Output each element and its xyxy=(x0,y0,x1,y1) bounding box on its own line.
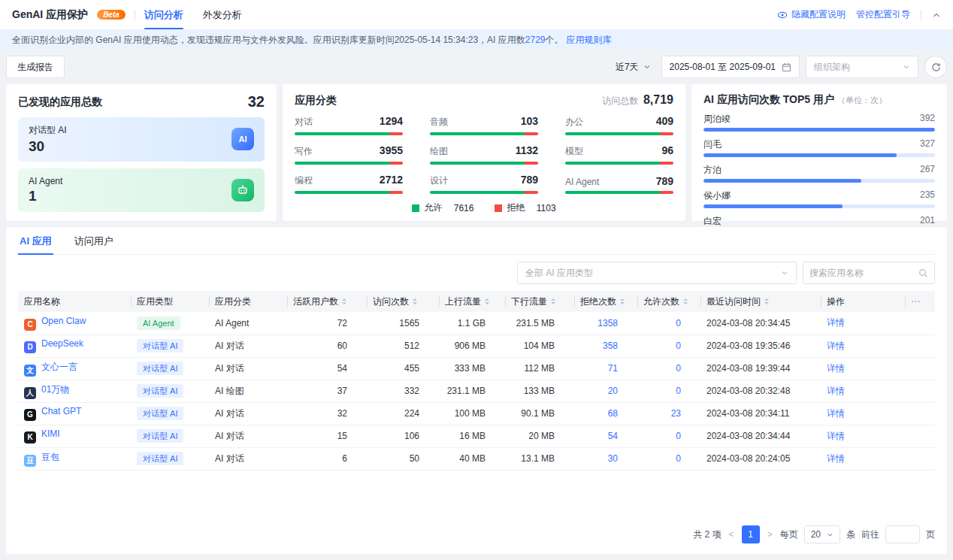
detail-link[interactable]: 详情 xyxy=(827,408,845,419)
table-row[interactable]: DDeepSeek 对话型 AI AI 对话 60 512 906 MB 104… xyxy=(18,334,935,357)
table-row[interactable]: 文文心一言 对话型 AI AI 对话 54 455 333 MB 112 MB … xyxy=(18,357,935,380)
allowed-count-link[interactable]: 0 xyxy=(676,431,681,441)
allowed-count-link[interactable]: 23 xyxy=(671,408,681,419)
sort-icon[interactable] xyxy=(764,298,769,304)
date-preset-select[interactable]: 近7天 xyxy=(611,61,655,74)
app-name-link[interactable]: KIMI xyxy=(41,428,60,439)
org-structure-select[interactable]: 组织架构 xyxy=(806,56,918,78)
generate-report-button[interactable]: 生成报告 xyxy=(6,56,65,78)
app-category-cell: AI 对话 xyxy=(209,447,287,470)
category-item: 绘图1132 xyxy=(430,144,538,165)
app-name-link[interactable]: 豆包 xyxy=(41,452,59,462)
top5-users-card: AI 应用访问次数 TOP5 用户（单位：次） 周泊竣392 闫毛327 方泊2… xyxy=(691,84,947,221)
detail-link[interactable]: 详情 xyxy=(827,453,845,464)
app-type-filter-select[interactable]: 全部 AI 应用类型 xyxy=(517,262,797,284)
sort-icon[interactable] xyxy=(413,298,417,304)
category-bar-allow xyxy=(430,162,525,165)
app-name-link[interactable]: 文心一言 xyxy=(41,362,77,372)
total-count: 共 2 项 xyxy=(693,528,721,541)
discovered-apps-title: 已发现的应用总数 xyxy=(18,95,102,109)
search-icon[interactable] xyxy=(918,268,928,278)
hide-config-link[interactable]: 隐藏配置说明 xyxy=(777,8,846,21)
prev-page-button[interactable]: < xyxy=(728,529,736,540)
denied-count-link[interactable]: 358 xyxy=(603,341,618,351)
app-search-box xyxy=(803,262,935,284)
allowed-count-link[interactable]: 0 xyxy=(676,386,681,396)
tab-access-users[interactable]: 访问用户 xyxy=(73,227,115,254)
denied-count-link[interactable]: 54 xyxy=(608,431,618,441)
detail-link[interactable]: 详情 xyxy=(827,431,845,441)
category-bar-allow xyxy=(430,132,525,135)
apps-table: 应用名称 应用类型 应用分类 活跃用户数 访问次数 上行流量 下行流量 拒绝次数… xyxy=(18,291,935,471)
goto-page-input[interactable] xyxy=(885,525,920,543)
denied-count-link[interactable]: 71 xyxy=(608,363,618,374)
main-content: 生成报告 近7天 2025-08-01 至 2025-09-01 组织架构 xyxy=(0,50,953,560)
category-bar-allow xyxy=(430,191,525,194)
app-name-link[interactable]: 01万物 xyxy=(41,384,69,395)
next-page-button[interactable]: > xyxy=(766,529,774,540)
table-row[interactable]: 豆豆包 对话型 AI AI 对话 6 50 40 MB 13.1 MB 30 0… xyxy=(18,447,935,470)
category-bar-deny xyxy=(660,132,673,135)
apps-table-panel: AI 应用 访问用户 全部 AI 应用类型 xyxy=(6,227,947,554)
col-denied: 拒绝次数 xyxy=(574,291,637,312)
app-category-cell: AI 对话 xyxy=(209,402,287,425)
config-guide-link[interactable]: 管控配置引导 xyxy=(856,8,910,21)
denied-count-link[interactable]: 20 xyxy=(608,386,618,396)
sort-icon[interactable] xyxy=(551,298,555,304)
app-name-link[interactable]: Chat GPT xyxy=(41,406,81,416)
table-row[interactable]: KKIMI 对话型 AI AI 对话 15 106 16 MB 20 MB 54… xyxy=(18,425,935,447)
table-row[interactable]: COpen Claw AI Agent AI Agent 72 1565 1.1… xyxy=(18,312,935,334)
chat-ai-stat-card[interactable]: 对话型 AI 30 AI xyxy=(18,117,265,162)
denied-count-link[interactable]: 30 xyxy=(608,453,618,464)
category-bar-deny xyxy=(389,191,403,194)
category-bar-allow xyxy=(565,191,660,194)
category-item: 写作3955 xyxy=(295,144,403,165)
top5-user-row: 闫毛327 xyxy=(703,138,935,157)
tab-ai-apps[interactable]: AI 应用 xyxy=(18,227,53,254)
denied-count-link[interactable]: 68 xyxy=(608,408,618,419)
category-bar-deny xyxy=(525,132,538,135)
page-title: GenAI 应用保护 xyxy=(12,8,88,22)
detail-link[interactable]: 详情 xyxy=(827,386,845,396)
denied-count-link[interactable]: 1358 xyxy=(598,318,618,328)
top5-unit: （单位：次） xyxy=(837,95,887,106)
chevron-down-icon xyxy=(903,63,910,71)
deepseek-logo-icon: D xyxy=(24,341,36,353)
ai-agent-stat-card[interactable]: AI Agent 1 xyxy=(18,168,265,213)
refresh-icon xyxy=(931,62,941,72)
tab-outbound-analysis[interactable]: 外发分析 xyxy=(203,0,242,29)
sort-icon[interactable] xyxy=(620,298,625,304)
app-type-badge: AI Agent xyxy=(137,316,180,330)
allowed-count-link[interactable]: 0 xyxy=(676,453,681,464)
detail-link[interactable]: 详情 xyxy=(827,363,845,374)
detail-link[interactable]: 详情 xyxy=(827,341,845,351)
category-bar-deny xyxy=(525,191,538,194)
sort-icon[interactable] xyxy=(485,298,489,304)
page-size-select[interactable]: 20 xyxy=(804,525,840,543)
allowed-count-link[interactable]: 0 xyxy=(676,363,681,374)
sort-icon[interactable] xyxy=(342,298,346,304)
page-number[interactable]: 1 xyxy=(742,525,760,543)
date-range-picker[interactable]: 2025-08-01 至 2025-09-01 xyxy=(661,56,800,78)
collapse-panel-button[interactable] xyxy=(932,11,941,20)
visits-total-value: 8,719 xyxy=(643,93,673,106)
col-allowed: 允许次数 xyxy=(637,291,700,312)
chatgpt-logo-icon: G xyxy=(24,409,36,421)
column-settings-icon[interactable]: ⋯ xyxy=(911,296,921,307)
app-category-cell: AI Agent xyxy=(209,312,287,334)
detail-link[interactable]: 详情 xyxy=(827,317,845,328)
app-rule-library-link[interactable]: 应用规则库 xyxy=(567,34,612,47)
app-name-link[interactable]: Open Claw xyxy=(41,316,86,326)
app-search-input[interactable] xyxy=(809,268,918,278)
app-name-link[interactable]: DeepSeek xyxy=(41,338,83,349)
table-header-row: 应用名称 应用类型 应用分类 活跃用户数 访问次数 上行流量 下行流量 拒绝次数… xyxy=(18,291,935,312)
sort-icon[interactable] xyxy=(683,298,688,304)
tab-access-analysis[interactable]: 访问分析 xyxy=(144,0,183,29)
table-row[interactable]: 人01万物 对话型 AI AI 绘图 37 332 231.1 MB 133 M… xyxy=(18,380,935,402)
refresh-button[interactable] xyxy=(924,56,947,78)
chevron-down-icon xyxy=(781,269,788,277)
visits-total-label: 访问总数 xyxy=(602,95,638,106)
allowed-count-link[interactable]: 0 xyxy=(676,341,681,351)
table-row[interactable]: GChat GPT 对话型 AI AI 对话 32 224 100 MB 90.… xyxy=(18,402,935,425)
allowed-count-link[interactable]: 0 xyxy=(676,318,681,328)
